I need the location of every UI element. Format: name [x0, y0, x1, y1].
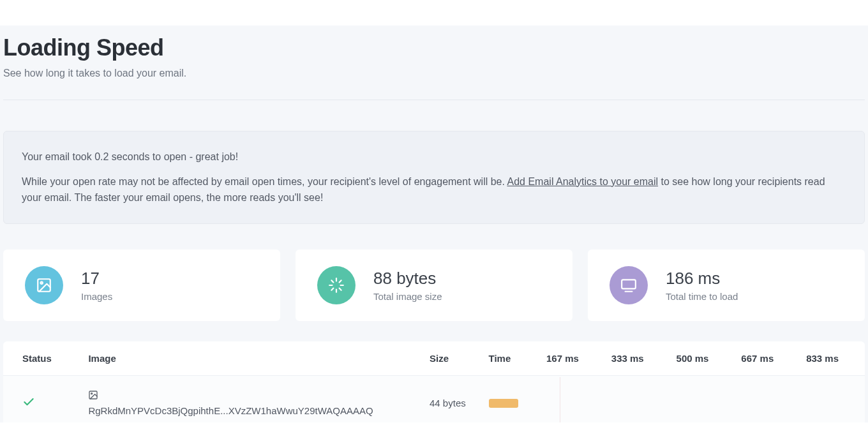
th-ms-4: 833 ms: [800, 341, 865, 376]
svg-line-4: [331, 281, 333, 283]
th-size: Size: [423, 341, 483, 376]
images-table: Status Image Size Time 167 ms 333 ms 500…: [3, 341, 865, 430]
image-thumb-icon: [88, 390, 98, 400]
timeline-gridline: [560, 377, 560, 429]
page-title: Loading Speed: [3, 34, 865, 61]
th-ms-2: 500 ms: [670, 341, 735, 376]
stat-time-value: 186 ms: [666, 269, 738, 288]
svg-line-9: [340, 281, 341, 283]
stat-card-images: 17 Images: [3, 250, 280, 321]
svg-point-13: [91, 393, 93, 394]
th-time: Time: [483, 341, 540, 376]
image-filename: RgRkdMnYPVcDc3BjQgpihthE...XVzZW1haWwuY2…: [88, 405, 373, 416]
stat-size-value: 88 bytes: [373, 269, 442, 288]
stat-images-label: Images: [81, 291, 112, 302]
svg-line-8: [331, 288, 333, 290]
svg-point-1: [41, 282, 43, 284]
divider: [3, 100, 865, 100]
page-subtitle: See how long it takes to load your email…: [3, 68, 865, 79]
svg-line-5: [340, 288, 341, 290]
svg-rect-10: [622, 280, 636, 289]
image-icon: [25, 266, 63, 304]
th-ms-1: 333 ms: [605, 341, 670, 376]
stat-size-label: Total image size: [373, 291, 442, 302]
th-ms-3: 667 ms: [735, 341, 800, 376]
th-ms-0: 167 ms: [540, 341, 605, 376]
stat-images-value: 17: [81, 269, 112, 288]
stat-card-time: 186 ms Total time to load: [588, 250, 865, 321]
bottom-mask: [0, 422, 868, 448]
info-box: Your email took 0.2 seconds to open - gr…: [3, 131, 865, 224]
monitor-icon: [610, 266, 648, 304]
info-line-2: While your open rate may not be affected…: [22, 174, 846, 206]
th-image: Image: [82, 341, 423, 376]
stat-time-label: Total time to load: [666, 291, 738, 302]
info-line-1: Your email took 0.2 seconds to open - gr…: [22, 149, 846, 165]
stats-row: 17 Images 88 bytes Total image size 186 …: [3, 250, 865, 321]
timeline-cell: [489, 391, 846, 415]
timeline-bar: [489, 399, 518, 408]
check-icon: [22, 399, 35, 410]
stat-card-size: 88 bytes Total image size: [296, 250, 572, 321]
add-analytics-link[interactable]: Add Email Analytics to your email: [507, 176, 659, 187]
info-text-prefix: While your open rate may not be affected…: [22, 176, 507, 187]
loader-icon: [317, 266, 355, 304]
th-status: Status: [3, 341, 82, 376]
